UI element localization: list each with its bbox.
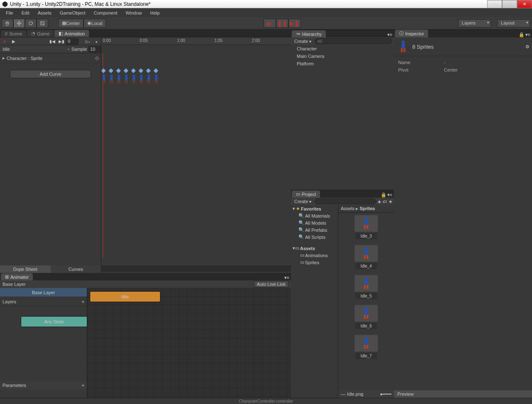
- timeline-body[interactable]: [101, 53, 291, 258]
- svg-point-7: [110, 74, 113, 77]
- svg-rect-30: [149, 80, 150, 83]
- foldout-icon[interactable]: ▸: [2, 55, 5, 61]
- state-node-anystate[interactable]: Any State: [21, 316, 87, 327]
- hierarchy-search[interactable]: [315, 38, 392, 44]
- tab-animator[interactable]: ⊞ Animator: [1, 273, 33, 280]
- pause-button[interactable]: ❚❚: [276, 19, 288, 28]
- project-create-dropdown[interactable]: Create ▾: [293, 199, 313, 204]
- layout-dropdown[interactable]: Layout: [497, 19, 530, 27]
- property-menu-icon[interactable]: ◇: [95, 55, 99, 61]
- favorites-header[interactable]: ▾★Favorites: [291, 205, 338, 212]
- inspector-lock-icon[interactable]: 🔒: [519, 32, 525, 37]
- keyframe[interactable]: [146, 68, 150, 73]
- svg-point-27: [148, 74, 150, 77]
- keyframe[interactable]: [153, 68, 158, 73]
- hierarchy-item[interactable]: Platform: [291, 60, 394, 67]
- keyframe[interactable]: [131, 68, 135, 73]
- layer-base[interactable]: Base Layer: [0, 288, 87, 297]
- favorite-item[interactable]: 🔍All Scripts: [291, 233, 338, 240]
- inspector-settings-icon[interactable]: ⚙: [525, 44, 530, 50]
- frame-field[interactable]: [66, 38, 79, 45]
- hand-tool-button[interactable]: [2, 19, 13, 28]
- layers-dropdown[interactable]: Layers: [458, 19, 491, 27]
- keyframe[interactable]: [101, 68, 106, 73]
- assets-header[interactable]: ▾▭ Assets: [291, 245, 338, 252]
- next-frame-button[interactable]: ▶▮: [57, 38, 66, 45]
- close-button[interactable]: ✕: [517, 0, 532, 8]
- space-toggle[interactable]: ◉ Local: [84, 19, 106, 28]
- project-menu-icon[interactable]: ▾≡: [387, 192, 392, 198]
- add-curve-button[interactable]: Add Curve: [10, 70, 91, 78]
- favorite-item[interactable]: 🔍All Prefabs: [291, 226, 338, 233]
- tab-inspector[interactable]: ⓘ Inspector: [395, 30, 428, 37]
- sprite-asset[interactable]: Idle_6: [355, 305, 378, 329]
- lock-icon[interactable]: 🔒: [381, 192, 387, 198]
- pivot-toggle[interactable]: ▦ Center: [58, 19, 84, 28]
- animator-breadcrumb[interactable]: Base Layer: [2, 282, 26, 287]
- inspector-menu-icon[interactable]: ▾≡: [525, 32, 530, 37]
- animator-menu-icon[interactable]: ▾≡: [284, 275, 289, 280]
- anim-play-button[interactable]: ▶: [9, 38, 18, 45]
- menu-component[interactable]: Component: [89, 9, 121, 17]
- move-tool-button[interactable]: [13, 19, 25, 28]
- tab-project[interactable]: ▭ Project: [292, 191, 320, 198]
- add-event-button[interactable]: ⬥: [92, 38, 101, 45]
- project-search[interactable]: [315, 198, 376, 204]
- sprite-asset[interactable]: Idle_4: [355, 245, 378, 269]
- menu-file[interactable]: File: [2, 9, 17, 17]
- keyframe[interactable]: [138, 68, 143, 73]
- search-label-icon[interactable]: 🏷: [383, 199, 387, 204]
- property-row[interactable]: ▸ Character : Sprite ◇: [0, 53, 101, 63]
- tab-hierarchy[interactable]: ≔ Hierarchy: [292, 30, 326, 37]
- folder-item[interactable]: ▭ Animations: [291, 252, 338, 259]
- preview-bar[interactable]: Preview: [394, 390, 532, 398]
- menu-help[interactable]: Help: [146, 9, 164, 17]
- project-breadcrumb[interactable]: Assets ▸ Sprites: [338, 205, 394, 213]
- menu-assets[interactable]: Assets: [34, 9, 56, 17]
- timeline-scrollbar[interactable]: [101, 265, 291, 272]
- dope-sheet-tab[interactable]: Dope Sheet: [0, 265, 51, 273]
- folder-item[interactable]: ▭ Sprites: [291, 259, 338, 266]
- menu-window[interactable]: Window: [121, 9, 146, 17]
- state-node-idle[interactable]: Idle: [90, 291, 160, 302]
- curves-tab[interactable]: Curves: [51, 265, 101, 273]
- add-parameter-button[interactable]: +: [82, 383, 84, 388]
- add-layer-button[interactable]: +: [82, 299, 84, 304]
- hierarchy-menu-icon[interactable]: ▾≡: [387, 32, 392, 37]
- favorite-item[interactable]: 🔍All Models: [291, 219, 338, 226]
- add-keyframe-button[interactable]: ◇₊: [83, 38, 92, 45]
- keyframe[interactable]: [116, 68, 121, 73]
- step-button[interactable]: ▶❚: [288, 19, 301, 28]
- hierarchy-item[interactable]: Main Camera: [291, 52, 394, 60]
- search-filter-icon[interactable]: ◈: [378, 199, 381, 204]
- favorite-item[interactable]: 🔍All Materials: [291, 212, 338, 219]
- tab-scene[interactable]: # Scene: [1, 30, 26, 37]
- timeline-ruler[interactable]: 0:00 0:05 1:00 1:05 2:00: [101, 37, 291, 45]
- menu-gameobject[interactable]: GameObject: [56, 9, 90, 17]
- sprite-asset[interactable]: Idle_5: [355, 275, 378, 299]
- menu-edit[interactable]: Edit: [17, 9, 34, 17]
- rotate-tool-button[interactable]: [25, 19, 37, 28]
- sprite-asset[interactable]: Idle_7: [355, 335, 378, 359]
- record-button[interactable]: ●: [0, 38, 9, 45]
- prev-frame-button[interactable]: ▮◀: [48, 38, 57, 45]
- minimize-button[interactable]: —: [487, 0, 502, 8]
- sprite-asset[interactable]: Idle_3: [355, 215, 378, 239]
- auto-live-link-toggle[interactable]: Auto Live Link: [254, 281, 288, 288]
- hierarchy-item[interactable]: Character: [291, 45, 394, 52]
- inspector-thumb-icon: [397, 40, 410, 53]
- name-label: Name: [398, 60, 444, 65]
- svg-rect-29: [148, 80, 148, 83]
- clip-dropdown[interactable]: Idle: [0, 47, 67, 52]
- animator-graph[interactable]: Idle Any State: [87, 288, 291, 398]
- keyframe[interactable]: [123, 68, 128, 73]
- sample-field[interactable]: [89, 46, 101, 52]
- tab-animation[interactable]: ◧ Animation: [54, 30, 89, 37]
- keyframe[interactable]: [108, 68, 113, 73]
- maximize-button[interactable]: ☐: [502, 0, 517, 8]
- play-button[interactable]: ▶: [264, 19, 276, 28]
- hierarchy-create-dropdown[interactable]: Create ▾: [293, 39, 313, 44]
- search-save-icon[interactable]: ★: [389, 199, 392, 204]
- scale-tool-button[interactable]: [37, 19, 48, 28]
- tab-game[interactable]: ◔ Game: [27, 30, 54, 37]
